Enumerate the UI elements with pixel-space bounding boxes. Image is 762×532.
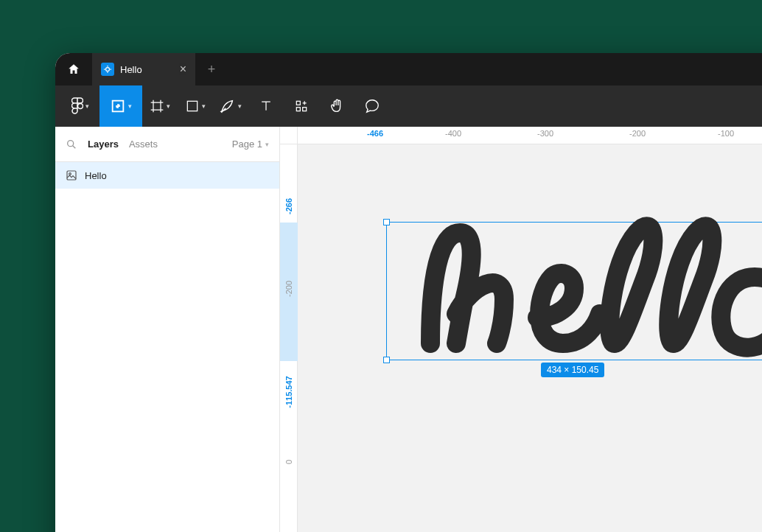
chevron-down-icon: ▾ bbox=[167, 102, 170, 110]
right-tool[interactable] bbox=[754, 85, 762, 127]
comment-tool[interactable] bbox=[354, 85, 390, 127]
pen-icon bbox=[220, 98, 236, 114]
file-tab-title: Hello bbox=[120, 64, 142, 75]
tab-bar: Hello × + bbox=[55, 53, 762, 85]
ruler-tick-selected: -115.547 bbox=[284, 376, 293, 407]
chevron-down-icon: ▾ bbox=[128, 102, 132, 110]
ruler-tick-selected: -466 bbox=[367, 129, 383, 138]
dimensions-label: 434 × 150.45 bbox=[541, 363, 604, 377]
resources-icon bbox=[294, 99, 309, 113]
text-tool[interactable] bbox=[248, 85, 284, 127]
hello-image[interactable] bbox=[408, 214, 762, 362]
file-tab-hello[interactable]: Hello × bbox=[92, 53, 195, 85]
assets-tab[interactable]: Assets bbox=[129, 139, 158, 150]
svg-rect-5 bbox=[303, 108, 307, 111]
horizontal-ruler[interactable]: -466 -400 -300 -200 -100 bbox=[298, 127, 762, 144]
frame-icon bbox=[150, 99, 164, 113]
scale-icon bbox=[110, 98, 126, 114]
main-area: Layers Assets Page 1 ▾ Hello -466 -400 -… bbox=[55, 127, 762, 532]
ruler-tick: 0 bbox=[284, 460, 293, 464]
svg-point-12 bbox=[68, 140, 74, 146]
new-tab-button[interactable]: + bbox=[195, 53, 228, 85]
ruler-tick: -300 bbox=[537, 129, 553, 138]
vertical-ruler[interactable]: -266 -200 -115.547 0 bbox=[280, 144, 298, 532]
canvas[interactable]: 434 × 150.45 bbox=[298, 144, 762, 532]
close-icon[interactable]: × bbox=[180, 63, 186, 76]
chevron-down-icon: ▾ bbox=[202, 102, 206, 110]
resize-handle-tl[interactable] bbox=[383, 219, 390, 225]
scale-tool[interactable]: ▾ bbox=[99, 85, 142, 127]
figma-logo-icon bbox=[71, 97, 83, 115]
figma-window: Hello × + ▾ ▾ ▾ ▾ ▾ bbox=[55, 53, 762, 532]
home-tab[interactable] bbox=[55, 53, 92, 85]
chevron-down-icon: ▾ bbox=[238, 102, 242, 110]
ruler-tick: -100 bbox=[718, 129, 734, 138]
ruler-tick-selected: -266 bbox=[284, 198, 293, 214]
svg-point-0 bbox=[106, 68, 110, 71]
frame-tool[interactable]: ▾ bbox=[142, 85, 178, 127]
layers-tab[interactable]: Layers bbox=[88, 139, 119, 150]
svg-rect-4 bbox=[296, 101, 300, 105]
chevron-down-icon: ▾ bbox=[265, 141, 269, 148]
comment-icon bbox=[364, 98, 380, 114]
ruler-tick: -200 bbox=[629, 129, 646, 138]
svg-rect-13 bbox=[67, 171, 76, 180]
page-selector[interactable]: Page 1 ▾ bbox=[232, 139, 269, 150]
home-icon bbox=[67, 63, 80, 76]
pen-tool[interactable]: ▾ bbox=[213, 85, 248, 127]
svg-rect-6 bbox=[296, 108, 300, 111]
image-icon bbox=[66, 169, 77, 181]
search-icon[interactable] bbox=[66, 139, 77, 150]
shape-tool[interactable]: ▾ bbox=[178, 85, 213, 127]
rectangle-icon bbox=[185, 99, 200, 113]
canvas-area: -466 -400 -300 -200 -100 -266 -200 -115.… bbox=[280, 127, 762, 532]
chevron-down-icon: ▾ bbox=[85, 102, 89, 110]
ruler-tick: -200 bbox=[284, 281, 293, 297]
resources-tool[interactable] bbox=[284, 85, 319, 127]
resize-handle-bl[interactable] bbox=[383, 357, 390, 363]
ruler-tick: -400 bbox=[445, 129, 461, 138]
toolbar: ▾ ▾ ▾ ▾ ▾ bbox=[55, 85, 762, 127]
text-icon bbox=[259, 99, 273, 113]
page-label: Page 1 bbox=[232, 139, 262, 150]
layer-name: Hello bbox=[85, 170, 107, 181]
main-menu-button[interactable]: ▾ bbox=[61, 85, 99, 127]
svg-point-14 bbox=[69, 173, 71, 175]
ruler-corner bbox=[280, 127, 298, 144]
left-panel: Layers Assets Page 1 ▾ Hello bbox=[55, 127, 280, 532]
svg-rect-3 bbox=[187, 101, 197, 111]
hand-tool[interactable] bbox=[319, 85, 354, 127]
svg-point-1 bbox=[78, 104, 83, 109]
hand-icon bbox=[329, 98, 345, 114]
panel-header: Layers Assets Page 1 ▾ bbox=[55, 127, 279, 162]
file-icon bbox=[101, 63, 114, 76]
layer-row[interactable]: Hello bbox=[55, 162, 279, 189]
